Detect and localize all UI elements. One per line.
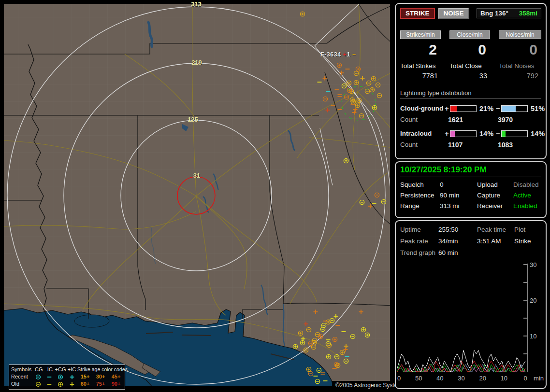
ic-pos-sign: + (444, 129, 450, 138)
svg-text:10: 10 (530, 333, 536, 340)
svg-text:30: 30 (530, 262, 536, 268)
distribution-title: Lightning type distribution (400, 89, 541, 98)
upload-status: Disabled (513, 181, 541, 188)
close-per-min-value: 0 (449, 42, 490, 58)
squelch-label: Squelch (400, 181, 440, 188)
capture-label: Capture (477, 192, 513, 199)
strike-button[interactable]: STRIKE (400, 8, 435, 19)
noise-button[interactable]: NOISE (438, 8, 469, 19)
ic-count-label: Count (400, 141, 448, 149)
trend-panel: Uptime 255:50 Peak time Plot Peak rate 3… (395, 220, 547, 389)
range-label: Range (400, 202, 440, 210)
datetime-display: 10/27/2025 8:19:20 PM (400, 165, 541, 177)
peak-rate-label: Peak rate (400, 238, 438, 245)
legend-age-60: 60+ (77, 380, 93, 388)
ic-pos-bar (450, 130, 477, 137)
lake-pontchartrain (74, 315, 109, 327)
total-close-value: 33 (449, 72, 490, 80)
legend-recent-cg-pos-icon (55, 373, 66, 380)
svg-text:20: 20 (479, 375, 486, 382)
upload-label: Upload (477, 181, 513, 188)
cg-neg-sign: − (495, 104, 501, 112)
range-value: 313 mi (440, 202, 477, 210)
intracloud-label: Intracloud (400, 130, 444, 137)
legend-age-30: 30+ (93, 373, 108, 380)
ic-pos-count: 1107 (448, 141, 498, 149)
symbol-legend: Symbols -CG -IC +CG +IC Strike age color… (9, 364, 125, 390)
cg-pos-pct: 21% (477, 105, 495, 112)
legend-age-75: 75+ (93, 380, 108, 388)
legend-col-pos-cg: +CG (55, 366, 66, 373)
legend-col-pos-ic: +IC (66, 366, 77, 373)
trend-graph-span: 60 min (438, 249, 477, 256)
legend-old-ic-neg-icon (43, 380, 55, 388)
noises-per-min-badge: Noises/min (499, 30, 541, 39)
legend-symbols-header: Symbols (11, 366, 32, 373)
svg-text:min: min (534, 375, 544, 382)
close-per-min-badge: Close/min (449, 30, 490, 39)
legend-age-45: 45+ (108, 373, 124, 380)
receiver-label: Receiver (477, 202, 513, 210)
legend-col-neg-ic: -IC (43, 366, 55, 373)
ic-neg-count: 1083 (498, 141, 541, 149)
legend-old-cg-neg-icon (32, 380, 43, 388)
ic-neg-pct: 14% (528, 130, 543, 138)
bearing-distance: 358mi (519, 10, 537, 17)
legend-old-cg-pos-icon (55, 380, 66, 388)
total-strikes-label: Total Strikes (400, 62, 441, 70)
noises-per-min-value: 0 (499, 42, 541, 58)
svg-text:20: 20 (530, 297, 536, 304)
ic-neg-sign: − (495, 129, 501, 138)
ic-pos-pct: 14% (477, 130, 495, 138)
legend-age-15: 15+ (77, 373, 93, 380)
total-noises-value: 792 (499, 72, 541, 80)
svg-text:30: 30 (458, 375, 464, 382)
cloud-ground-label: Cloud-ground (400, 105, 444, 112)
cg-pos-bar (450, 105, 477, 112)
peak-rate-value: 34/min (438, 238, 477, 245)
legend-old-ic-pos-icon (66, 380, 77, 388)
total-noises-label: Total Noises (499, 62, 541, 70)
plot-label: Plot (514, 226, 541, 233)
trend-graph: 1020306050403020100min (397, 262, 546, 384)
strikes-per-min-badge: Strikes/min (400, 30, 441, 39)
strike-counts-panel: STRIKE NOISE Bng 136° 358mi Strikes/min … (395, 3, 547, 159)
total-strikes-value: 7781 (400, 72, 441, 80)
cg-neg-bar (501, 105, 528, 112)
map-canvas[interactable] (0, 0, 394, 392)
persistence-value: 90 min (440, 192, 477, 199)
receiver-status: Enabled (513, 202, 541, 210)
cg-neg-pct: 51% (528, 105, 543, 112)
cg-neg-count: 3970 (498, 116, 541, 124)
uptime-label: Uptime (400, 226, 438, 233)
legend-row-old-label: Old (11, 380, 32, 388)
legend-recent-ic-neg-icon (43, 373, 55, 380)
capture-status: Active (513, 192, 541, 199)
legend-col-neg-cg: -CG (32, 366, 43, 373)
persistence-label: Persistence (400, 192, 440, 199)
peak-time-label: Peak time (477, 226, 514, 233)
svg-text:40: 40 (436, 375, 443, 382)
lightning-map[interactable]: 31321912531 F-3634 +1 − Symbols -CG -IC … (0, 0, 394, 392)
cg-count-label: Count (400, 116, 448, 124)
trend-series-cg_neg (397, 361, 525, 372)
svg-text:60: 60 (397, 375, 401, 382)
svg-text:0: 0 (523, 375, 527, 382)
total-close-label: Total Close (449, 62, 490, 70)
plot-mode-value: Strike (514, 238, 541, 245)
legend-recent-ic-pos-icon (66, 373, 77, 380)
legend-age-90: 90+ (108, 380, 124, 388)
legend-recent-cg-neg-icon (32, 373, 43, 380)
status-panel: 10/27/2025 8:19:20 PM Squelch 0 Upload D… (395, 161, 547, 218)
svg-text:10: 10 (501, 375, 507, 382)
bearing-readout: Bng 136° 358mi (477, 8, 541, 18)
bearing-value: Bng 136° (480, 10, 508, 17)
legend-age-title: Strike age color codes (77, 366, 124, 373)
cg-pos-count: 1621 (448, 116, 498, 124)
legend-row-recent-label: Recent (11, 373, 32, 380)
squelch-value: 0 (440, 181, 477, 188)
peak-time-value: 3:51 AM (477, 238, 514, 245)
strikes-per-min-value: 2 (400, 42, 441, 58)
ic-neg-bar (501, 130, 528, 137)
cg-pos-sign: + (444, 104, 450, 112)
